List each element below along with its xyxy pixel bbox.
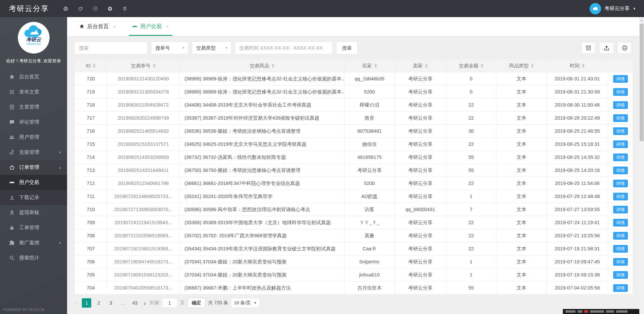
transaction-time-input[interactable]	[235, 45, 332, 51]
detail-button[interactable]: 详情	[613, 167, 628, 174]
globe-icon[interactable]	[63, 6, 68, 11]
cell-actions: 详情	[608, 177, 633, 190]
cell-seller: 考研云分享	[395, 85, 446, 99]
detail-button[interactable]: 详情	[613, 206, 628, 213]
sidebar-item-download-records[interactable]: 下载记录	[0, 190, 67, 205]
column-header-amount[interactable]: 交易金额	[446, 59, 496, 72]
gear-icon[interactable]	[107, 6, 113, 11]
sidebar-item-ticket-manage[interactable]: 工单管理	[0, 220, 67, 235]
sidebar-item-article-manage[interactable]: 文章管理	[0, 100, 67, 115]
handshake-icon	[9, 180, 15, 185]
column-header-order-no[interactable]: 交易单号	[107, 59, 180, 72]
cell-order-no: 2019083011004828472	[107, 99, 180, 112]
page-button-43[interactable]: 43	[130, 298, 140, 308]
page-button-2[interactable]: 2	[94, 298, 103, 308]
sort-icon[interactable]	[153, 64, 156, 68]
page-button-1[interactable]: 1	[82, 298, 91, 308]
cell-product: (36536) 36536-腿姐：考研政治史纲核心考点背诵整理	[180, 125, 344, 138]
sidebar-item-home[interactable]: 后台首页	[0, 69, 67, 84]
filter-row: 搜单号 ▼ 交易类型 ▼ 搜索	[74, 42, 632, 54]
detail-button[interactable]: 详情	[613, 271, 628, 279]
detail-button[interactable]: 详情	[613, 258, 628, 266]
detail-button[interactable]: 详情	[613, 75, 628, 83]
next-page-button[interactable]: ›	[142, 300, 147, 306]
vertical-scrollbar[interactable]: ▲	[639, 17, 644, 314]
cell-id: 712	[75, 177, 107, 190]
print-button[interactable]	[617, 42, 632, 54]
transaction-type-select[interactable]: 交易类型 ▼	[192, 42, 231, 54]
tab-admin-home[interactable]: 后台首页×	[76, 17, 119, 36]
detail-button[interactable]: 详情	[613, 140, 628, 148]
order-number-select[interactable]: 搜单号 ▼	[151, 42, 189, 54]
sidebar: 考研云 kaoyany.top 你好！考研云分享, 欢迎登录 后台首页发布文章文…	[0, 17, 67, 314]
sidebar-menu: 后台首页发布文章文章管理评论管理用户管理充值管理▼订单管理▲用户交易下载记录$提…	[0, 69, 67, 265]
caret-down-icon: ▼	[59, 241, 62, 245]
detail-button[interactable]: 详情	[613, 180, 628, 187]
scroll-up-arrow-icon[interactable]: ▲	[639, 17, 644, 22]
search-button[interactable]: 搜索	[336, 42, 358, 54]
export-button[interactable]	[599, 42, 614, 54]
cell-id: 714	[75, 151, 107, 164]
sort-icon[interactable]	[272, 64, 274, 68]
cell-order-no: 20190727135955003070...	[107, 203, 180, 216]
confirm-button[interactable]: 确定	[187, 298, 206, 308]
detail-button[interactable]: 详情	[613, 245, 628, 253]
dashboard-icon[interactable]	[93, 6, 98, 11]
page-button-3[interactable]: 3	[106, 298, 115, 308]
tab-close-icon[interactable]: ×	[113, 24, 116, 29]
tab-user-trade[interactable]: 用户交易×	[129, 17, 172, 36]
sidebar-item-comment-manage[interactable]: 评论管理	[0, 115, 67, 130]
plug-icon[interactable]	[122, 6, 127, 11]
sidebar-item-publish-article[interactable]: 发布文章	[0, 84, 67, 100]
sort-icon[interactable]	[531, 64, 534, 68]
column-header-id[interactable]: ID	[75, 59, 107, 72]
sidebar-item-promotion-rebate[interactable]: 推广返佣▼	[0, 235, 67, 250]
scrollbar-thumb[interactable]	[640, 24, 644, 141]
sort-icon[interactable]	[425, 64, 428, 68]
detail-button[interactable]: 详情	[613, 284, 628, 292]
sidebar-item-withdraw-review[interactable]: $提现审核	[0, 205, 67, 220]
tab-close-icon[interactable]: ×	[166, 24, 169, 29]
column-header-seller[interactable]: 卖家	[395, 59, 446, 72]
refresh-icon[interactable]	[78, 6, 83, 11]
detail-button[interactable]: 详情	[613, 232, 628, 240]
goto-page-input[interactable]	[162, 298, 177, 308]
detail-button[interactable]: 详情	[613, 88, 628, 96]
detail-button[interactable]: 详情	[613, 193, 628, 200]
detail-button[interactable]: 详情	[613, 127, 628, 135]
avatar[interactable]	[590, 3, 601, 14]
sort-icon[interactable]	[93, 64, 96, 68]
per-page-select[interactable]: 10 条/页 ▼	[231, 298, 260, 308]
cell-time: 2019-08-31 21:30:59	[547, 85, 608, 99]
column-header-buyer[interactable]: 买家	[344, 59, 395, 72]
sidebar-item-recharge-manage[interactable]: 充值管理▼	[0, 145, 67, 160]
detail-button[interactable]: 详情	[613, 219, 628, 227]
cell-amount: 22	[446, 177, 496, 190]
sidebar-item-user-manage[interactable]: 用户管理	[0, 130, 67, 145]
cell-time: 2019-07-18 09:15:38	[547, 268, 608, 281]
column-header-type[interactable]: 商品类型	[496, 59, 547, 72]
cell-product: (36661) 36661-2018年347中科院心理学专业综合真题	[180, 177, 344, 190]
user-menu[interactable]: 考研云分享 ▼	[590, 3, 644, 14]
column-header-product[interactable]: 交易商品	[180, 59, 344, 72]
cloud-icon	[592, 5, 599, 12]
search-input[interactable]	[75, 45, 147, 51]
sidebar-item-search-stats[interactable]: 搜索统计	[0, 250, 67, 265]
columns-button[interactable]	[581, 42, 596, 54]
cell-time: 2019-08-25 15:18:31	[547, 138, 608, 151]
cell-buyer: ＹＹ_Ｙ_	[344, 216, 395, 229]
detail-button[interactable]: 详情	[613, 114, 628, 122]
detail-button[interactable]: 详情	[613, 101, 628, 109]
sidebar-item-user-trade[interactable]: 用户交易	[0, 175, 67, 190]
bottom-right-overlay-bar	[563, 309, 639, 314]
sort-icon[interactable]	[481, 64, 483, 68]
home-icon	[9, 74, 15, 80]
sidebar-item-order-manage[interactable]: 订单管理▲	[0, 160, 67, 175]
content-panel: 搜单号 ▼ 交易类型 ▼ 搜索 ID交易单号交易商品买家卖家交易金额商品类型时间…	[67, 36, 639, 308]
sort-icon[interactable]	[374, 64, 377, 68]
sort-icon[interactable]	[582, 64, 585, 68]
table-row: 71120190729124848520723...(35241) 35241-…	[75, 190, 633, 203]
prev-page-button[interactable]: ‹	[74, 300, 79, 306]
detail-button[interactable]: 详情	[613, 153, 628, 161]
column-header-time[interactable]: 时间	[547, 59, 608, 72]
